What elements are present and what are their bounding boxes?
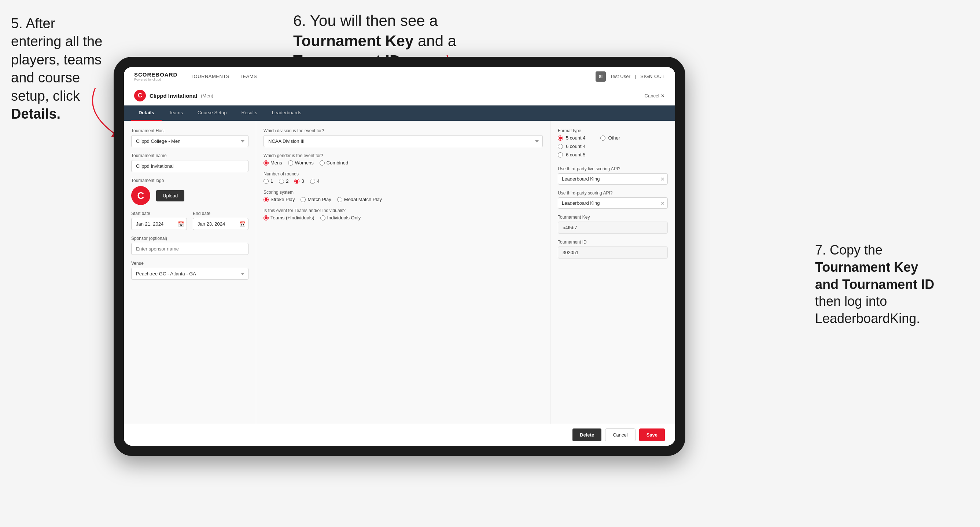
logo-sub: Powered by clippd	[134, 78, 177, 81]
start-date-group: Start date 📅	[131, 211, 187, 230]
format-5count4-radio[interactable]	[558, 135, 563, 141]
format-other-label: Other	[608, 135, 620, 141]
cancel-label: Cancel	[645, 93, 659, 98]
host-select[interactable]: Clippd College - Men	[131, 135, 248, 147]
nav-link-tournaments[interactable]: TOURNAMENTS	[191, 74, 229, 79]
third-party1-select[interactable]: Leaderboard King	[558, 173, 668, 184]
main-content: Tournament Host Clippd College - Men Tou…	[124, 121, 675, 424]
tabs-bar: Details Teams Course Setup Results Leade…	[124, 105, 675, 121]
left-column: Tournament Host Clippd College - Men Tou…	[124, 121, 256, 424]
scoring-medal[interactable]: Medal Match Play	[337, 197, 382, 202]
third-party1-form-group: Use third-party live scoring API? Leader…	[558, 166, 668, 184]
rounds-1-label: 1	[270, 178, 273, 184]
rounds-4-label: 4	[317, 178, 320, 184]
format-5count4-label: 5 count 4	[566, 135, 585, 141]
start-cal-icon: 📅	[178, 221, 184, 227]
rounds-2-radio[interactable]	[279, 179, 284, 184]
cancel-x-icon: ✕	[661, 93, 665, 98]
nav-link-teams[interactable]: TEAMS	[240, 74, 257, 79]
gender-womens-radio[interactable]	[288, 160, 293, 165]
format-other[interactable]: Other	[600, 135, 620, 141]
third-party1-clear-icon[interactable]: ✕	[660, 176, 665, 182]
tab-results[interactable]: Results	[234, 105, 264, 121]
teams-individuals-only[interactable]: Individuals Only	[320, 215, 361, 221]
division-select[interactable]: NCAA Division III	[264, 135, 543, 147]
tab-teams[interactable]: Teams	[162, 105, 190, 121]
host-label: Tournament Host	[131, 128, 248, 133]
format-6count4-radio[interactable]	[558, 144, 563, 149]
annotation-top-bold1: Tournament Key	[293, 32, 414, 49]
format-6count4[interactable]: 6 count 4	[558, 144, 585, 149]
upload-button[interactable]: Upload	[156, 190, 185, 202]
rounds-radio-group: 1 2 3 4	[264, 178, 543, 184]
rounds-2[interactable]: 2	[279, 178, 288, 184]
gender-mens[interactable]: Mens	[264, 160, 282, 165]
third-party1-label: Use third-party live scoring API?	[558, 166, 668, 171]
rounds-1-radio[interactable]	[264, 179, 269, 184]
rounds-form-group: Number of rounds 1 2 3	[264, 171, 543, 184]
rounds-4[interactable]: 4	[310, 178, 320, 184]
sponsor-label: Sponsor (optional)	[131, 236, 248, 241]
venue-form-group: Venue Peachtree GC - Atlanta - GA	[131, 261, 248, 280]
tab-details[interactable]: Details	[131, 105, 162, 121]
gender-combined-radio[interactable]	[320, 160, 325, 165]
scoring-match[interactable]: Match Play	[301, 197, 331, 202]
third-party2-select-wrap: Leaderboard King ✕	[558, 197, 668, 209]
third-party2-select[interactable]: Leaderboard King	[558, 197, 668, 209]
logo-display: C	[131, 186, 150, 205]
delete-button[interactable]: Delete	[573, 429, 601, 441]
annotation-left: 5. After entering all the players, teams…	[11, 15, 106, 123]
gender-mens-label: Mens	[270, 160, 282, 165]
teams-only-radio[interactable]	[320, 215, 325, 221]
nav-separator: |	[635, 74, 636, 79]
scoring-stroke-radio[interactable]	[264, 197, 269, 202]
start-label: Start date	[131, 211, 187, 216]
format-6count5[interactable]: 6 count 5	[558, 152, 585, 157]
third-party2-clear-icon[interactable]: ✕	[660, 200, 665, 206]
gender-mens-radio[interactable]	[264, 160, 269, 165]
gender-combined[interactable]: Combined	[320, 160, 348, 165]
save-button[interactable]: Save	[639, 429, 665, 441]
scoring-match-radio[interactable]	[301, 197, 305, 202]
top-nav: SCOREBOARD Powered by clippd TOURNAMENTS…	[124, 67, 675, 86]
rounds-2-label: 2	[286, 178, 288, 184]
annotation-bottom-right: 7. Copy the Tournament Key and Tournamen…	[815, 242, 969, 327]
division-form-group: Which division is the event for? NCAA Di…	[264, 128, 543, 147]
venue-select[interactable]: Peachtree GC - Atlanta - GA	[131, 268, 248, 280]
scoring-label: Scoring system	[264, 190, 543, 195]
teams-with-radio[interactable]	[264, 215, 269, 221]
logo-upload-area: C Upload	[131, 186, 248, 205]
sign-out-link[interactable]: Sign out	[640, 74, 665, 79]
format-5count4[interactable]: 5 count 4	[558, 135, 585, 141]
name-label: Tournament name	[131, 153, 248, 158]
rounds-1[interactable]: 1	[264, 178, 273, 184]
cancel-button-footer[interactable]: Cancel	[605, 429, 635, 441]
teams-with-individuals[interactable]: Teams (+Individuals)	[264, 215, 315, 221]
user-label: Test User	[610, 74, 630, 79]
teams-only-label: Individuals Only	[327, 215, 361, 221]
tab-course-setup[interactable]: Course Setup	[190, 105, 234, 121]
nav-right: SI Test User | Sign out	[595, 71, 665, 82]
cancel-button-header[interactable]: Cancel ✕	[645, 93, 665, 98]
middle-column: Which division is the event for? NCAA Di…	[256, 121, 550, 424]
gender-womens-label: Womens	[295, 160, 314, 165]
rounds-3-radio[interactable]	[294, 179, 299, 184]
tab-leaderboards[interactable]: Leaderboards	[265, 105, 309, 121]
rounds-3[interactable]: 3	[294, 178, 304, 184]
annotation-br-bold1: Tournament Key	[815, 260, 918, 275]
end-date-wrap: 📅	[193, 218, 248, 230]
gender-womens[interactable]: Womens	[288, 160, 314, 165]
logo-label: Tournament logo	[131, 178, 248, 183]
third-party2-form-group: Use third-party scoring API? Leaderboard…	[558, 190, 668, 209]
format-6count5-radio[interactable]	[558, 152, 563, 157]
rounds-4-radio[interactable]	[310, 179, 315, 184]
name-form-group: Tournament name	[131, 153, 248, 172]
sponsor-form-group: Sponsor (optional)	[131, 236, 248, 255]
scoring-stroke[interactable]: Stroke Play	[264, 197, 295, 202]
annotation-left-bold: Details.	[11, 106, 60, 122]
scoring-medal-radio[interactable]	[337, 197, 342, 202]
format-other-radio[interactable]	[600, 135, 605, 141]
venue-label: Venue	[131, 261, 248, 266]
name-input[interactable]	[131, 160, 248, 172]
sponsor-input[interactable]	[131, 243, 248, 255]
